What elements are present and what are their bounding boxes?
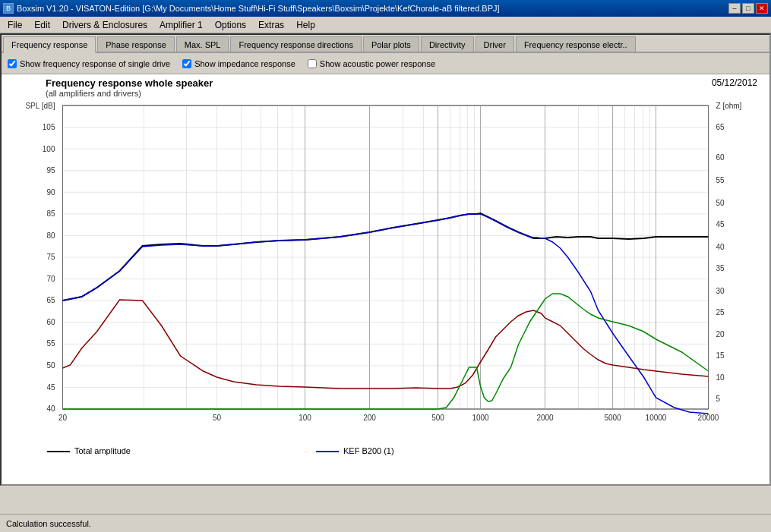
menu-drivers[interactable]: Drivers & Enclosures [56, 18, 153, 32]
svg-text:50: 50 [716, 199, 725, 207]
titlebar-controls[interactable]: – □ ✕ [728, 3, 768, 14]
show-acoustic-label: Show acoustic power response [320, 59, 435, 68]
titlebar-left: B Boxsim V1.20 - VISATON-Edition [G:\My … [3, 3, 500, 14]
svg-text:45: 45 [46, 383, 55, 392]
legend-kef-label: KEF B200 (1) [343, 446, 394, 455]
chart-subtitle: (all amplifiers and drivers) [8, 89, 763, 98]
svg-text:Z [ohm]: Z [ohm] [716, 102, 742, 110]
show-impedance-checkbox[interactable] [182, 59, 191, 68]
svg-text:65: 65 [46, 296, 55, 304]
svg-text:45: 45 [716, 220, 725, 228]
svg-text:20000: 20000 [698, 414, 719, 422]
show-freq-checkbox[interactable] [8, 59, 17, 68]
svg-text:10: 10 [716, 373, 725, 382]
menu-options[interactable]: Options [209, 18, 252, 32]
svg-text:1000: 1000 [472, 414, 489, 422]
svg-text:40: 40 [46, 405, 55, 413]
menu-file[interactable]: File [2, 18, 28, 32]
svg-text:75: 75 [46, 253, 55, 261]
tab-bar: Frequency response Phase response Max. S… [2, 35, 769, 53]
minimize-button[interactable]: – [728, 3, 741, 14]
svg-text:65: 65 [716, 123, 725, 131]
svg-text:5000: 5000 [604, 414, 621, 422]
svg-text:10000: 10000 [646, 414, 667, 422]
show-impedance-label: Show impedance response [194, 59, 295, 68]
chart-legend: Total amplitude KEF B200 (1) SEAS 22TFF … [2, 443, 769, 486]
tab-driver[interactable]: Driver [476, 36, 514, 52]
svg-text:20: 20 [716, 330, 725, 338]
close-button[interactable]: ✕ [756, 3, 768, 14]
status-message: Calculation successful. [6, 519, 91, 528]
tab-max-spl[interactable]: Max. SPL [176, 36, 229, 52]
svg-text:80: 80 [46, 231, 55, 240]
svg-text:2000: 2000 [536, 414, 554, 422]
svg-text:60: 60 [716, 153, 725, 162]
legend-total-amplitude: Total amplitude [47, 446, 131, 455]
chart-title: Frequency response whole speaker [8, 77, 763, 89]
show-freq-response-option[interactable]: Show frequency response of single drive [8, 59, 170, 68]
show-impedance-option[interactable]: Show impedance response [182, 59, 295, 68]
svg-text:50: 50 [46, 361, 55, 370]
legend-total-label: Total amplitude [74, 446, 131, 455]
svg-text:25: 25 [716, 308, 725, 316]
svg-text:100: 100 [299, 414, 311, 422]
svg-text:30: 30 [716, 287, 725, 295]
show-freq-label: Show frequency response of single drive [20, 59, 170, 68]
svg-text:70: 70 [46, 275, 55, 283]
svg-text:20: 20 [58, 414, 68, 422]
svg-text:55: 55 [716, 176, 725, 184]
menu-extras[interactable]: Extras [252, 18, 290, 32]
svg-text:15: 15 [716, 351, 725, 360]
tab-polar-plots[interactable]: Polar plots [363, 36, 419, 52]
svg-text:90: 90 [46, 188, 55, 197]
show-acoustic-checkbox[interactable] [308, 59, 317, 68]
svg-text:60: 60 [46, 318, 55, 326]
chart-date: 05/12/2012 [712, 77, 757, 88]
svg-text:5: 5 [716, 395, 721, 403]
show-acoustic-option[interactable]: Show acoustic power response [308, 59, 435, 68]
tab-frequency-response[interactable]: Frequency response [3, 36, 96, 53]
menu-help[interactable]: Help [290, 18, 321, 32]
svg-text:40: 40 [716, 243, 725, 251]
tab-freq-electr[interactable]: Frequency response electr.. [516, 36, 636, 52]
menu-amplifier[interactable]: Amplifier 1 [153, 18, 209, 32]
app-icon: B [3, 3, 14, 14]
svg-text:200: 200 [363, 414, 376, 422]
svg-text:SPL [dB]: SPL [dB] [25, 102, 55, 110]
svg-text:85: 85 [46, 209, 55, 218]
svg-text:500: 500 [431, 414, 444, 422]
options-bar: Show frequency response of single drive … [2, 53, 769, 74]
tab-freq-directions[interactable]: Frequency response directions [230, 36, 361, 52]
titlebar: B Boxsim V1.20 - VISATON-Edition [G:\My … [0, 0, 771, 17]
tab-directivity[interactable]: Directivity [421, 36, 474, 52]
menu-edit[interactable]: Edit [28, 18, 56, 32]
frequency-response-chart: SPL [dB] 105 100 95 90 85 80 75 70 65 60… [8, 98, 763, 443]
menubar: File Edit Drivers & Enclosures Amplifier… [0, 17, 771, 33]
svg-text:100: 100 [43, 145, 55, 153]
svg-text:105: 105 [43, 123, 55, 131]
statusbar: Calculation successful. [0, 514, 771, 532]
tab-phase-response[interactable]: Phase response [97, 36, 175, 52]
svg-text:50: 50 [213, 414, 222, 422]
maximize-button[interactable]: □ [742, 3, 754, 14]
svg-text:55: 55 [46, 339, 55, 348]
svg-text:35: 35 [716, 264, 725, 272]
content-area: Frequency response Phase response Max. S… [0, 33, 771, 486]
titlebar-title: Boxsim V1.20 - VISATON-Edition [G:\My Do… [17, 4, 500, 13]
legend-kef-b200: KEF B200 (1) [316, 446, 394, 455]
svg-text:95: 95 [46, 166, 55, 175]
